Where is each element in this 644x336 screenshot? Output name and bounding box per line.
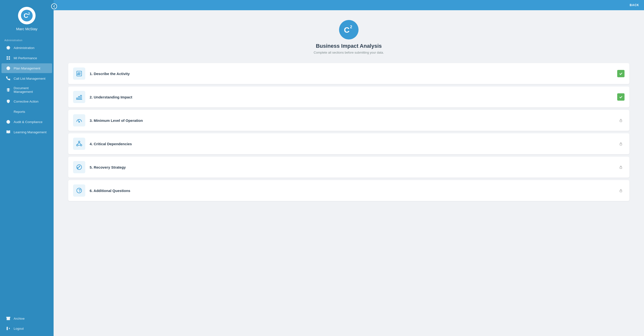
section-icon-critical-dependencies — [73, 138, 85, 150]
sidebar-item-administration[interactable]: Administration — [2, 43, 52, 53]
check-circle-icon — [6, 120, 11, 124]
svg-text:C: C — [344, 26, 350, 34]
section-label-describe-activity: 1. Describe the Activity — [90, 72, 617, 76]
section-status-critical-dependencies — [617, 140, 624, 148]
svg-point-33 — [76, 144, 78, 146]
logo: C 2 — [18, 7, 36, 24]
sign-out-icon — [6, 326, 11, 331]
section-card-minimum-level[interactable]: 3. Minimum Level of Operation — [68, 110, 630, 131]
sidebar-item-call-list-label: Call List Management — [14, 77, 46, 80]
sidebar-item-reports-label: Reports — [14, 110, 25, 114]
svg-rect-26 — [78, 96, 80, 100]
content-area: C 2 Business Impact Analysis Complete al… — [54, 10, 644, 336]
section-status-describe-activity — [617, 70, 624, 77]
svg-rect-5 — [6, 58, 8, 60]
section-card-describe-activity[interactable]: Aa 1. Describe the Activity — [68, 63, 630, 84]
layers-icon — [6, 88, 11, 92]
svg-text:Aa: Aa — [77, 72, 80, 76]
logo-area: C 2 Marc McStay — [0, 0, 54, 35]
phone-icon — [6, 76, 11, 81]
section-label-minimum-level: 3. Minimum Level of Operation — [90, 118, 617, 122]
admin-section-label: Administration — [0, 35, 54, 43]
sidebar-item-logout-label: Logout — [14, 327, 24, 330]
section-card-recovery-strategy[interactable]: 5. Recovery Strategy — [68, 157, 630, 178]
archive-icon — [6, 316, 11, 321]
shield-icon — [6, 99, 11, 104]
sidebar-item-learning-label: Learning Management — [14, 130, 46, 134]
sidebar-item-administration-label: Administration — [14, 46, 34, 50]
collapse-sidebar-button[interactable] — [51, 4, 57, 9]
svg-rect-6 — [9, 58, 10, 60]
section-icon-describe-activity: Aa — [73, 68, 85, 80]
sidebar-item-learning-management[interactable]: Learning Management — [2, 127, 52, 137]
sidebar-item-archive[interactable]: Archive — [2, 314, 52, 323]
section-label-recovery-strategy: 5. Recovery Strategy — [90, 165, 617, 169]
user-name: Marc McStay — [16, 27, 38, 31]
svg-text:?: ? — [78, 188, 81, 193]
section-status-understanding-impact — [617, 93, 624, 101]
main-area: BACK C 2 Business Impact Analysis Comple… — [54, 0, 644, 336]
topbar: BACK — [54, 0, 644, 10]
svg-rect-48 — [620, 190, 622, 192]
svg-rect-45 — [620, 167, 622, 168]
sidebar-item-mi-performance[interactable]: MI Performance — [2, 53, 52, 63]
sidebar-item-mi-performance-label: MI Performance — [14, 56, 37, 60]
gear-icon — [6, 45, 11, 50]
page-title: Business Impact Analysis — [316, 43, 382, 49]
sidebar-item-call-list-management[interactable]: Call List Management — [2, 74, 52, 83]
svg-rect-31 — [620, 120, 622, 122]
page-subtitle: Complete all sections before submitting … — [314, 51, 384, 54]
sidebar: C 2 Marc McStay Administration Administr… — [0, 0, 54, 336]
compass-icon — [6, 66, 11, 71]
grid-icon — [6, 56, 11, 60]
sidebar-item-plan-management[interactable]: Plan Management — [2, 63, 52, 73]
section-card-understanding-impact[interactable]: 2. Understanding Impact — [68, 86, 630, 108]
svg-line-36 — [79, 142, 81, 144]
svg-rect-27 — [80, 95, 82, 100]
sidebar-item-archive-label: Archive — [14, 317, 24, 320]
svg-line-35 — [77, 142, 79, 144]
section-status-additional-questions — [617, 187, 624, 194]
sidebar-item-corrective-action-label: Corrective Action — [14, 100, 38, 103]
svg-rect-3 — [6, 56, 8, 58]
sidebar-item-logout[interactable]: Logout — [2, 324, 52, 333]
section-status-minimum-level — [617, 117, 624, 124]
section-label-critical-dependencies: 4. Critical Dependencies — [90, 142, 617, 146]
book-icon — [6, 130, 11, 134]
svg-rect-38 — [620, 144, 622, 145]
svg-marker-9 — [6, 88, 10, 90]
sidebar-item-document-management[interactable]: Document Management — [2, 84, 52, 96]
svg-point-30 — [79, 121, 80, 122]
section-icon-understanding-impact — [73, 91, 85, 103]
page-header: C 2 Business Impact Analysis Complete al… — [68, 20, 630, 54]
svg-rect-14 — [6, 317, 10, 318]
section-icon-minimum-level — [73, 114, 85, 126]
sidebar-item-document-label: Document Management — [14, 86, 48, 94]
sidebar-item-audit-compliance[interactable]: Audit & Compliance — [2, 117, 52, 127]
svg-text:C: C — [24, 12, 28, 19]
section-icon-recovery-strategy — [73, 161, 85, 173]
svg-point-32 — [78, 141, 80, 142]
section-card-critical-dependencies[interactable]: 4. Critical Dependencies — [68, 133, 630, 154]
section-label-additional-questions: 6. Additional Questions — [90, 188, 617, 193]
sidebar-item-reports[interactable]: Reports — [2, 107, 52, 116]
section-status-recovery-strategy — [617, 164, 624, 171]
svg-point-34 — [80, 144, 82, 146]
bottom-nav: Archive Logout — [0, 313, 54, 336]
back-button[interactable]: BACK — [630, 4, 639, 7]
section-card-additional-questions[interactable]: ? 6. Additional Questions — [68, 180, 630, 201]
section-icon-additional-questions: ? — [73, 184, 85, 197]
section-label-understanding-impact: 2. Understanding Impact — [90, 95, 617, 99]
sidebar-item-audit-label: Audit & Compliance — [14, 120, 42, 124]
sidebar-item-plan-management-label: Plan Management — [14, 66, 40, 70]
svg-text:2: 2 — [28, 12, 30, 16]
header-logo: C 2 — [339, 20, 358, 40]
svg-text:2: 2 — [350, 25, 352, 29]
bar-chart-icon — [6, 109, 11, 114]
svg-rect-4 — [9, 56, 10, 58]
sidebar-item-corrective-action[interactable]: Corrective Action — [2, 96, 52, 106]
sections-list: Aa 1. Describe the Activity 2. Understan… — [68, 63, 630, 201]
